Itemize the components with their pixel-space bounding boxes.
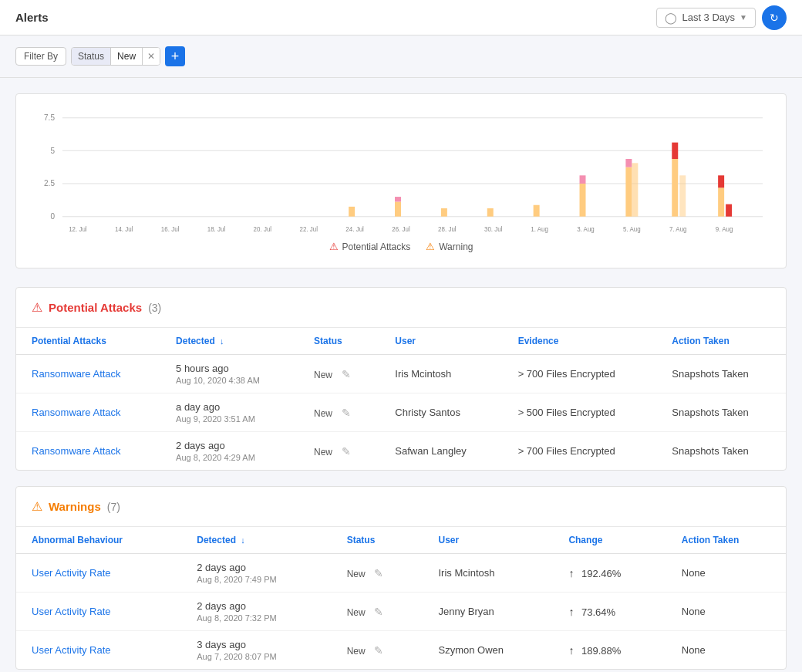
svg-text:20. Jul: 20. Jul — [254, 226, 272, 233]
edit-icon[interactable]: ✎ — [374, 567, 383, 579]
status-badge: New — [347, 646, 366, 657]
svg-text:24. Jul: 24. Jul — [345, 226, 364, 233]
legend-potential-attacks: ⚠ Potential Attacks — [329, 241, 411, 252]
warning-name-cell[interactable]: User Activity Rate — [16, 631, 181, 670]
filter-tag-status: Status New ✕ — [71, 47, 160, 66]
filter-tag-close-button[interactable]: ✕ — [142, 48, 160, 65]
svg-rect-39 — [726, 204, 732, 217]
svg-rect-35 — [672, 143, 678, 159]
alerts-chart: 7.5 5 2.5 0 12. Jul 14. Jul 16. Jul 18. … — [15, 93, 787, 268]
arrow-up-icon: ↑ — [568, 644, 574, 657]
detected-date: Aug 10, 2020 4:38 AM — [176, 376, 283, 385]
attack-user-cell: Christy Santos — [379, 393, 502, 432]
attack-evidence-cell: > 500 Files Encrypted — [503, 393, 657, 432]
svg-rect-37 — [718, 187, 724, 216]
detected-date: Aug 7, 2020 8:07 PM — [197, 652, 315, 661]
svg-text:1. Aug: 1. Aug — [531, 226, 548, 233]
danger-icon: ⚠ — [329, 241, 339, 252]
detected-relative: 2 days ago — [197, 600, 315, 612]
svg-rect-38 — [718, 175, 724, 187]
warning-status-cell: New ✎ — [332, 554, 423, 593]
warning-name-cell[interactable]: User Activity Rate — [16, 593, 181, 631]
warnings-section: ⚠ Warnings (7) Abnormal Behaviour Detect… — [15, 486, 787, 670]
col-potential-attacks: Potential Attacks — [16, 328, 160, 355]
warning-change-cell: ↑ 192.46% — [553, 554, 666, 593]
status-badge: New — [347, 569, 366, 579]
col-abnormal-behaviour: Abnormal Behaviour — [16, 527, 181, 554]
svg-text:2.5: 2.5 — [44, 179, 55, 187]
attack-name-cell[interactable]: Ransomware Attack — [16, 355, 160, 393]
change-pct: 189.88% — [581, 645, 621, 657]
warnings-table: Abnormal Behaviour Detected ↓ Status Use… — [16, 527, 786, 669]
table-row: User Activity Rate 2 days ago Aug 8, 202… — [16, 593, 786, 631]
detected-relative: a day ago — [176, 401, 283, 413]
detected-date: Aug 8, 2020 7:32 PM — [197, 613, 315, 623]
attack-evidence-cell: > 700 Files Encrypted — [503, 355, 657, 393]
edit-icon[interactable]: ✎ — [374, 606, 383, 618]
warning-detected-cell: 3 days ago Aug 7, 2020 8:07 PM — [181, 631, 331, 670]
clock-icon: ◯ — [665, 12, 677, 24]
svg-rect-30 — [580, 175, 586, 184]
warning-action-cell: None — [666, 593, 786, 631]
filter-by-label: Filter By — [15, 47, 66, 66]
filter-tag-key: Status — [72, 48, 111, 65]
time-selector[interactable]: ◯ Last 3 Days ▼ — [656, 8, 756, 28]
svg-text:9. Aug: 9. Aug — [716, 226, 733, 233]
status-badge: New — [314, 370, 332, 380]
arrow-up-icon: ↑ — [568, 606, 574, 618]
warning-user-cell: Jenny Bryan — [423, 593, 554, 631]
svg-rect-25 — [395, 197, 401, 201]
col-user: User — [379, 328, 502, 355]
svg-text:14. Jul: 14. Jul — [115, 226, 133, 233]
warning-name-cell[interactable]: User Activity Rate — [16, 554, 181, 593]
detected-relative: 2 days ago — [176, 440, 283, 451]
add-filter-button[interactable]: + — [165, 46, 185, 66]
warning-action-cell: None — [666, 631, 786, 670]
attack-user-cell: Safwan Langley — [379, 432, 502, 471]
filter-tag-value: New — [111, 48, 142, 65]
detected-relative: 2 days ago — [197, 562, 315, 573]
table-row: Ransomware Attack 2 days ago Aug 8, 2020… — [16, 432, 786, 471]
attack-status-cell: New ✎ — [298, 432, 379, 471]
potential-attacks-count: (3) — [148, 302, 161, 314]
page-title: Alerts — [15, 11, 49, 24]
col-action: Action Taken — [656, 328, 786, 355]
change-pct: 73.64% — [581, 606, 615, 618]
table-row: User Activity Rate 2 days ago Aug 8, 202… — [16, 554, 786, 593]
table-row: User Activity Rate 3 days ago Aug 7, 202… — [16, 631, 786, 670]
col-status-w: Status — [332, 527, 423, 554]
warnings-header: ⚠ Warnings (7) — [16, 487, 786, 527]
warning-status-cell: New ✎ — [332, 631, 423, 670]
attack-user-cell: Iris Mcintosh — [379, 355, 502, 393]
svg-rect-27 — [487, 208, 494, 217]
edit-icon[interactable]: ✎ — [374, 644, 383, 657]
edit-icon[interactable]: ✎ — [342, 407, 351, 419]
refresh-button[interactable]: ↻ — [762, 5, 787, 30]
svg-text:7.5: 7.5 — [44, 113, 55, 122]
attack-name-cell[interactable]: Ransomware Attack — [16, 432, 160, 471]
attack-name-cell[interactable]: Ransomware Attack — [16, 393, 160, 432]
attack-status-cell: New ✎ — [298, 355, 379, 393]
sort-icon: ↓ — [241, 535, 245, 545]
svg-rect-23 — [349, 207, 355, 217]
svg-rect-33 — [632, 163, 638, 216]
status-badge: New — [314, 408, 332, 419]
legend-warning-label: Warning — [439, 241, 473, 252]
potential-attacks-table: Potential Attacks Detected ↓ Status User… — [16, 328, 786, 470]
warning-user-cell: Szymon Owen — [423, 631, 554, 670]
legend-potential-attacks-label: Potential Attacks — [342, 241, 411, 252]
chart-area: 7.5 5 2.5 0 12. Jul 14. Jul 16. Jul 18. … — [32, 110, 770, 233]
svg-rect-26 — [441, 208, 447, 217]
svg-rect-31 — [625, 167, 632, 217]
edit-icon[interactable]: ✎ — [342, 445, 351, 458]
warning-status-cell: New ✎ — [332, 593, 423, 631]
svg-text:12. Jul: 12. Jul — [69, 226, 87, 233]
svg-text:3. Aug: 3. Aug — [577, 226, 595, 233]
arrow-up-icon: ↑ — [568, 567, 574, 579]
potential-attacks-header-row: Potential Attacks Detected ↓ Status User… — [16, 328, 786, 355]
warning-change-cell: ↑ 73.64% — [553, 593, 666, 631]
edit-icon[interactable]: ✎ — [342, 368, 351, 380]
warnings-title: Warnings — [49, 500, 101, 513]
status-badge: New — [347, 607, 366, 618]
svg-text:16. Jul: 16. Jul — [161, 226, 180, 233]
